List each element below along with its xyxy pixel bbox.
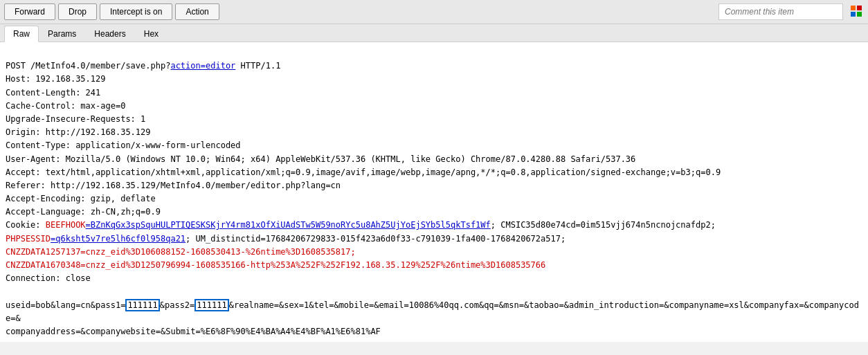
svg-rect-3 <box>857 12 862 17</box>
grid-icon[interactable] <box>850 5 864 19</box>
accept-header: Accept: text/html,application/xhtml+xml,… <box>6 167 721 177</box>
upgrade-insecure-header: Upgrade-Insecure-Requests: 1 <box>6 114 145 124</box>
pass1-highlight: 111111 <box>125 299 159 311</box>
forward-button[interactable]: Forward <box>4 3 55 20</box>
referer-header: Referer: http://192.168.35.129/MetInfo4.… <box>6 181 341 190</box>
tab-headers[interactable]: Headers <box>85 26 134 42</box>
content-type-header: Content-Type: application/x-www-form-url… <box>6 140 241 150</box>
request-content: POST /MetInfo4.0/member/save.php?action=… <box>0 42 868 342</box>
connection-header: Connection: close <box>6 273 91 283</box>
phpsessid-link[interactable]: =q6ksht5v7re5lh6cf0l958qa21 <box>51 234 186 244</box>
user-agent-header: User-Agent: Mozilla/5.0 (Windows NT 10.0… <box>6 154 635 164</box>
note-text: 尝试更改密码，看能否修改成功 <box>6 341 862 342</box>
body-line2: companyaddress=&companywebsite=&Submit=%… <box>6 327 381 336</box>
comment-input[interactable] <box>718 3 843 20</box>
origin-header: Origin: http://192.168.35.129 <box>6 127 151 137</box>
tabs-bar: Raw Params Headers Hex <box>0 24 868 42</box>
drop-button[interactable]: Drop <box>58 3 97 20</box>
cache-control-header: Cache-Control: max-age=0 <box>6 101 125 111</box>
tab-raw[interactable]: Raw <box>4 26 39 42</box>
content-length-header: Content-Length: 241 <box>6 88 100 98</box>
pass2-highlight: 111111 <box>195 299 228 311</box>
accept-encoding-header: Accept-Encoding: gzip, deflate <box>6 194 156 203</box>
intercept-button[interactable]: Intercept is on <box>100 3 172 20</box>
tab-hex[interactable]: Hex <box>135 26 168 42</box>
svg-rect-2 <box>851 12 856 17</box>
cnzz1-line: CNZZDATA1257137=cnzz_eid%3D106088152-160… <box>6 247 356 257</box>
action-button[interactable]: Action <box>175 3 219 20</box>
body-line: useid=bob&lang=cn&pass1=111111&pass2=111… <box>6 299 859 323</box>
toolbar: Forward Drop Intercept is on Action <box>0 0 868 24</box>
phpsessid-value: PHPSESSID <box>6 234 51 244</box>
svg-rect-1 <box>857 6 862 10</box>
cnzz2-line: CNZZDATA1670348=cnzz_eid%3D1250796994-16… <box>6 260 545 270</box>
request-line: POST /MetInfo4.0/member/save.php?action=… <box>6 61 280 71</box>
cookie-header: Cookie: BEEFHOOK=BZnKqGx3spSquHULPTIQESK… <box>6 220 716 230</box>
phpsessid-line: PHPSESSID=q6ksht5v7re5lh6cf0l958qa21; UM… <box>6 234 566 244</box>
svg-rect-0 <box>851 6 856 10</box>
accept-language-header: Accept-Language: zh-CN,zh;q=0.9 <box>6 207 161 217</box>
host-header: Host: 192.168.35.129 <box>6 74 106 84</box>
tab-params[interactable]: Params <box>39 26 85 42</box>
action-link[interactable]: action=editor <box>170 61 235 71</box>
beefhook-value: BEEFHOOK <box>46 220 86 230</box>
beefhook-link[interactable]: =BZnKqGx3spSquHULPTIQESKSKjrY4rm81xOfXiU… <box>86 220 491 230</box>
